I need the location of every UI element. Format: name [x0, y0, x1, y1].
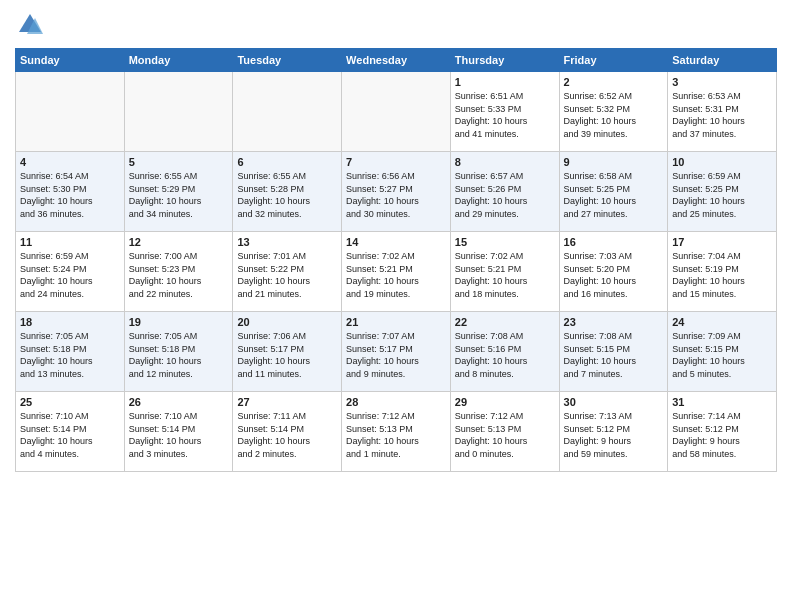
- calendar-day-cell: 18Sunrise: 7:05 AM Sunset: 5:18 PM Dayli…: [16, 312, 125, 392]
- day-number: 4: [20, 156, 120, 168]
- calendar-week-row: 18Sunrise: 7:05 AM Sunset: 5:18 PM Dayli…: [16, 312, 777, 392]
- day-number: 23: [564, 316, 664, 328]
- day-number: 1: [455, 76, 555, 88]
- calendar-day-cell: 15Sunrise: 7:02 AM Sunset: 5:21 PM Dayli…: [450, 232, 559, 312]
- calendar-day-cell: [16, 72, 125, 152]
- day-number: 7: [346, 156, 446, 168]
- calendar-day-cell: 5Sunrise: 6:55 AM Sunset: 5:29 PM Daylig…: [124, 152, 233, 232]
- page-header: [15, 10, 777, 40]
- calendar-day-cell: 9Sunrise: 6:58 AM Sunset: 5:25 PM Daylig…: [559, 152, 668, 232]
- day-info: Sunrise: 7:06 AM Sunset: 5:17 PM Dayligh…: [237, 330, 337, 380]
- day-info: Sunrise: 7:13 AM Sunset: 5:12 PM Dayligh…: [564, 410, 664, 460]
- calendar-day-cell: 24Sunrise: 7:09 AM Sunset: 5:15 PM Dayli…: [668, 312, 777, 392]
- day-number: 16: [564, 236, 664, 248]
- day-info: Sunrise: 7:10 AM Sunset: 5:14 PM Dayligh…: [20, 410, 120, 460]
- calendar-day-cell: 31Sunrise: 7:14 AM Sunset: 5:12 PM Dayli…: [668, 392, 777, 472]
- day-number: 6: [237, 156, 337, 168]
- day-number: 3: [672, 76, 772, 88]
- day-number: 29: [455, 396, 555, 408]
- calendar-day-cell: 2Sunrise: 6:52 AM Sunset: 5:32 PM Daylig…: [559, 72, 668, 152]
- weekday-header-cell: Monday: [124, 49, 233, 72]
- calendar-day-cell: 4Sunrise: 6:54 AM Sunset: 5:30 PM Daylig…: [16, 152, 125, 232]
- calendar-day-cell: 11Sunrise: 6:59 AM Sunset: 5:24 PM Dayli…: [16, 232, 125, 312]
- day-number: 24: [672, 316, 772, 328]
- calendar-day-cell: 8Sunrise: 6:57 AM Sunset: 5:26 PM Daylig…: [450, 152, 559, 232]
- day-info: Sunrise: 7:08 AM Sunset: 5:16 PM Dayligh…: [455, 330, 555, 380]
- day-number: 31: [672, 396, 772, 408]
- day-number: 18: [20, 316, 120, 328]
- calendar-day-cell: 30Sunrise: 7:13 AM Sunset: 5:12 PM Dayli…: [559, 392, 668, 472]
- day-number: 12: [129, 236, 229, 248]
- calendar-day-cell: [342, 72, 451, 152]
- weekday-header-row: SundayMondayTuesdayWednesdayThursdayFrid…: [16, 49, 777, 72]
- day-number: 21: [346, 316, 446, 328]
- calendar-day-cell: 29Sunrise: 7:12 AM Sunset: 5:13 PM Dayli…: [450, 392, 559, 472]
- day-info: Sunrise: 6:55 AM Sunset: 5:28 PM Dayligh…: [237, 170, 337, 220]
- calendar-day-cell: 17Sunrise: 7:04 AM Sunset: 5:19 PM Dayli…: [668, 232, 777, 312]
- day-info: Sunrise: 7:00 AM Sunset: 5:23 PM Dayligh…: [129, 250, 229, 300]
- day-info: Sunrise: 6:52 AM Sunset: 5:32 PM Dayligh…: [564, 90, 664, 140]
- day-number: 17: [672, 236, 772, 248]
- logo: [15, 10, 49, 40]
- calendar-day-cell: 23Sunrise: 7:08 AM Sunset: 5:15 PM Dayli…: [559, 312, 668, 392]
- day-info: Sunrise: 7:10 AM Sunset: 5:14 PM Dayligh…: [129, 410, 229, 460]
- day-info: Sunrise: 7:11 AM Sunset: 5:14 PM Dayligh…: [237, 410, 337, 460]
- day-number: 13: [237, 236, 337, 248]
- day-info: Sunrise: 6:51 AM Sunset: 5:33 PM Dayligh…: [455, 90, 555, 140]
- calendar-day-cell: 10Sunrise: 6:59 AM Sunset: 5:25 PM Dayli…: [668, 152, 777, 232]
- day-number: 5: [129, 156, 229, 168]
- calendar-day-cell: 13Sunrise: 7:01 AM Sunset: 5:22 PM Dayli…: [233, 232, 342, 312]
- day-info: Sunrise: 7:12 AM Sunset: 5:13 PM Dayligh…: [346, 410, 446, 460]
- weekday-header-cell: Friday: [559, 49, 668, 72]
- day-info: Sunrise: 6:53 AM Sunset: 5:31 PM Dayligh…: [672, 90, 772, 140]
- day-number: 2: [564, 76, 664, 88]
- calendar-day-cell: 7Sunrise: 6:56 AM Sunset: 5:27 PM Daylig…: [342, 152, 451, 232]
- day-info: Sunrise: 6:58 AM Sunset: 5:25 PM Dayligh…: [564, 170, 664, 220]
- calendar-day-cell: [124, 72, 233, 152]
- day-info: Sunrise: 6:59 AM Sunset: 5:24 PM Dayligh…: [20, 250, 120, 300]
- day-info: Sunrise: 7:01 AM Sunset: 5:22 PM Dayligh…: [237, 250, 337, 300]
- calendar-day-cell: 14Sunrise: 7:02 AM Sunset: 5:21 PM Dayli…: [342, 232, 451, 312]
- day-number: 9: [564, 156, 664, 168]
- calendar-week-row: 25Sunrise: 7:10 AM Sunset: 5:14 PM Dayli…: [16, 392, 777, 472]
- calendar-body: 1Sunrise: 6:51 AM Sunset: 5:33 PM Daylig…: [16, 72, 777, 472]
- day-number: 20: [237, 316, 337, 328]
- calendar-week-row: 11Sunrise: 6:59 AM Sunset: 5:24 PM Dayli…: [16, 232, 777, 312]
- day-number: 25: [20, 396, 120, 408]
- calendar-day-cell: 16Sunrise: 7:03 AM Sunset: 5:20 PM Dayli…: [559, 232, 668, 312]
- day-number: 26: [129, 396, 229, 408]
- day-number: 11: [20, 236, 120, 248]
- day-info: Sunrise: 7:02 AM Sunset: 5:21 PM Dayligh…: [346, 250, 446, 300]
- weekday-header-cell: Wednesday: [342, 49, 451, 72]
- calendar-day-cell: 25Sunrise: 7:10 AM Sunset: 5:14 PM Dayli…: [16, 392, 125, 472]
- day-info: Sunrise: 7:12 AM Sunset: 5:13 PM Dayligh…: [455, 410, 555, 460]
- day-number: 14: [346, 236, 446, 248]
- day-info: Sunrise: 7:05 AM Sunset: 5:18 PM Dayligh…: [20, 330, 120, 380]
- day-info: Sunrise: 6:56 AM Sunset: 5:27 PM Dayligh…: [346, 170, 446, 220]
- calendar-week-row: 4Sunrise: 6:54 AM Sunset: 5:30 PM Daylig…: [16, 152, 777, 232]
- day-info: Sunrise: 7:14 AM Sunset: 5:12 PM Dayligh…: [672, 410, 772, 460]
- calendar-day-cell: 3Sunrise: 6:53 AM Sunset: 5:31 PM Daylig…: [668, 72, 777, 152]
- day-number: 19: [129, 316, 229, 328]
- day-number: 27: [237, 396, 337, 408]
- day-info: Sunrise: 7:07 AM Sunset: 5:17 PM Dayligh…: [346, 330, 446, 380]
- calendar-day-cell: [233, 72, 342, 152]
- day-number: 10: [672, 156, 772, 168]
- calendar-day-cell: 28Sunrise: 7:12 AM Sunset: 5:13 PM Dayli…: [342, 392, 451, 472]
- day-number: 22: [455, 316, 555, 328]
- day-info: Sunrise: 7:05 AM Sunset: 5:18 PM Dayligh…: [129, 330, 229, 380]
- calendar-day-cell: 1Sunrise: 6:51 AM Sunset: 5:33 PM Daylig…: [450, 72, 559, 152]
- calendar-day-cell: 21Sunrise: 7:07 AM Sunset: 5:17 PM Dayli…: [342, 312, 451, 392]
- day-number: 28: [346, 396, 446, 408]
- calendar-day-cell: 22Sunrise: 7:08 AM Sunset: 5:16 PM Dayli…: [450, 312, 559, 392]
- weekday-header-cell: Tuesday: [233, 49, 342, 72]
- weekday-header-cell: Sunday: [16, 49, 125, 72]
- calendar-day-cell: 27Sunrise: 7:11 AM Sunset: 5:14 PM Dayli…: [233, 392, 342, 472]
- day-info: Sunrise: 6:55 AM Sunset: 5:29 PM Dayligh…: [129, 170, 229, 220]
- day-info: Sunrise: 6:54 AM Sunset: 5:30 PM Dayligh…: [20, 170, 120, 220]
- weekday-header-cell: Saturday: [668, 49, 777, 72]
- day-number: 30: [564, 396, 664, 408]
- day-info: Sunrise: 7:09 AM Sunset: 5:15 PM Dayligh…: [672, 330, 772, 380]
- calendar-day-cell: 6Sunrise: 6:55 AM Sunset: 5:28 PM Daylig…: [233, 152, 342, 232]
- calendar-week-row: 1Sunrise: 6:51 AM Sunset: 5:33 PM Daylig…: [16, 72, 777, 152]
